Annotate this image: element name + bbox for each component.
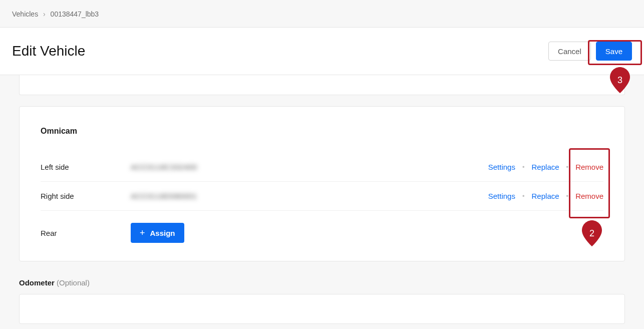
odometer-card[interactable] xyxy=(19,294,625,324)
odometer-optional-text: (Optional) xyxy=(57,278,90,287)
omnicam-left-label: Left side xyxy=(41,163,131,171)
page-header: Edit Vehicle Cancel Save xyxy=(0,28,644,75)
omnicam-card: Omnicam Left side ACC0118C332400 Setting… xyxy=(19,106,625,261)
page-title: Edit Vehicle xyxy=(12,43,85,59)
breadcrumb: Vehicles › 00138447_lbb3 xyxy=(0,0,644,28)
omnicam-right-replace-link[interactable]: Replace xyxy=(532,192,559,200)
odometer-label-text: Odometer xyxy=(19,278,55,287)
odometer-section-label: Odometer (Optional) xyxy=(19,278,625,287)
assign-rear-button[interactable]: + Assign xyxy=(131,223,184,243)
content-area: Omnicam Left side ACC0118C332400 Setting… xyxy=(0,75,644,326)
plus-icon: + xyxy=(140,228,145,237)
separator-dot: • xyxy=(522,192,525,200)
omnicam-row-right: Right side ACC0118D080001 Settings • Rep… xyxy=(41,182,603,211)
cancel-button[interactable]: Cancel xyxy=(548,42,591,61)
breadcrumb-root[interactable]: Vehicles xyxy=(12,10,38,18)
omnicam-left-actions: Settings • Replace • Remove xyxy=(488,163,603,171)
save-button[interactable]: Save xyxy=(596,42,632,61)
header-actions: Cancel Save xyxy=(548,42,632,61)
previous-card-stub xyxy=(19,75,625,95)
breadcrumb-current: 00138447_lbb3 xyxy=(51,10,99,18)
separator-dot: • xyxy=(566,192,569,200)
separator-dot: • xyxy=(566,163,569,171)
omnicam-left-id: ACC0118C332400 xyxy=(131,163,197,171)
omnicam-title: Omnicam xyxy=(41,127,603,136)
separator-dot: • xyxy=(522,163,525,171)
assign-button-label: Assign xyxy=(150,229,175,237)
omnicam-row-left: Left side ACC0118C332400 Settings • Repl… xyxy=(41,153,603,182)
omnicam-right-actions: Settings • Replace • Remove xyxy=(488,192,603,200)
breadcrumb-separator: › xyxy=(43,10,46,18)
omnicam-right-label: Right side xyxy=(41,192,131,200)
omnicam-left-remove-link[interactable]: Remove xyxy=(575,163,603,171)
omnicam-rear-label: Rear xyxy=(41,229,131,237)
omnicam-left-settings-link[interactable]: Settings xyxy=(488,163,515,171)
omnicam-right-settings-link[interactable]: Settings xyxy=(488,192,515,200)
omnicam-left-replace-link[interactable]: Replace xyxy=(532,163,559,171)
omnicam-right-id: ACC0118D080001 xyxy=(131,192,197,200)
omnicam-row-rear: Rear + Assign xyxy=(41,211,603,243)
omnicam-right-remove-link[interactable]: Remove xyxy=(575,192,603,200)
